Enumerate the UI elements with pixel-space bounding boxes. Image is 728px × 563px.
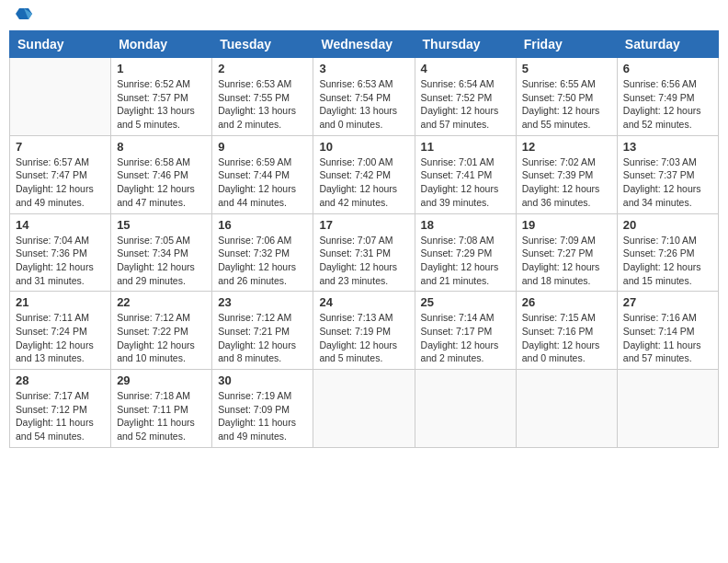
day-number: 16: [218, 218, 307, 232]
logo-icon: [16, 6, 32, 23]
calendar-cell: 30Sunrise: 7:19 AM Sunset: 7:09 PM Dayli…: [212, 370, 313, 448]
calendar-cell: 28Sunrise: 7:17 AM Sunset: 7:12 PM Dayli…: [10, 370, 111, 448]
day-info: Sunrise: 6:54 AM Sunset: 7:52 PM Dayligh…: [421, 77, 510, 132]
day-info: Sunrise: 7:11 AM Sunset: 7:24 PM Dayligh…: [16, 311, 105, 365]
calendar-cell: 6Sunrise: 6:56 AM Sunset: 7:49 PM Daylig…: [617, 58, 718, 136]
calendar-week-4: 21Sunrise: 7:11 AM Sunset: 7:24 PM Dayli…: [10, 292, 719, 370]
calendar-cell: [313, 370, 415, 448]
day-number: 23: [218, 295, 307, 309]
calendar-cell: 4Sunrise: 6:54 AM Sunset: 7:52 PM Daylig…: [415, 58, 516, 136]
day-info: Sunrise: 6:59 AM Sunset: 7:44 PM Dayligh…: [218, 155, 307, 210]
day-info: Sunrise: 6:58 AM Sunset: 7:46 PM Dayligh…: [117, 155, 206, 210]
day-info: Sunrise: 7:06 AM Sunset: 7:32 PM Dayligh…: [218, 234, 307, 288]
calendar-cell: 5Sunrise: 6:55 AM Sunset: 7:50 PM Daylig…: [516, 58, 617, 136]
day-info: Sunrise: 7:16 AM Sunset: 7:14 PM Dayligh…: [623, 311, 712, 365]
calendar-cell: 3Sunrise: 6:53 AM Sunset: 7:54 PM Daylig…: [313, 58, 415, 136]
day-number: 2: [218, 62, 307, 75]
day-info: Sunrise: 7:00 AM Sunset: 7:42 PM Dayligh…: [319, 155, 408, 210]
day-info: Sunrise: 7:12 AM Sunset: 7:21 PM Dayligh…: [218, 311, 307, 365]
calendar-cell: 1Sunrise: 6:52 AM Sunset: 7:57 PM Daylig…: [111, 58, 212, 136]
day-number: 12: [522, 140, 611, 154]
calendar-cell: 12Sunrise: 7:02 AM Sunset: 7:39 PM Dayli…: [516, 135, 617, 213]
day-info: Sunrise: 7:02 AM Sunset: 7:39 PM Dayligh…: [522, 155, 611, 210]
day-info: Sunrise: 6:52 AM Sunset: 7:57 PM Dayligh…: [117, 77, 206, 132]
day-number: 30: [218, 373, 307, 387]
calendar-cell: [617, 370, 718, 448]
day-number: 6: [623, 62, 712, 75]
day-info: Sunrise: 6:53 AM Sunset: 7:54 PM Dayligh…: [319, 77, 408, 132]
day-number: 22: [117, 295, 206, 309]
day-info: Sunrise: 7:10 AM Sunset: 7:26 PM Dayligh…: [623, 234, 712, 288]
day-info: Sunrise: 7:07 AM Sunset: 7:31 PM Dayligh…: [319, 234, 408, 288]
calendar-week-1: 1Sunrise: 6:52 AM Sunset: 7:57 PM Daylig…: [10, 58, 719, 136]
calendar-cell: 7Sunrise: 6:57 AM Sunset: 7:47 PM Daylig…: [10, 135, 111, 213]
calendar-week-5: 28Sunrise: 7:17 AM Sunset: 7:12 PM Dayli…: [10, 370, 719, 448]
day-info: Sunrise: 6:53 AM Sunset: 7:55 PM Dayligh…: [218, 77, 307, 132]
day-number: 29: [117, 373, 206, 387]
day-number: 19: [522, 218, 611, 232]
day-info: Sunrise: 7:15 AM Sunset: 7:16 PM Dayligh…: [522, 311, 611, 365]
logo: [14, 14, 32, 23]
column-header-friday: Friday: [516, 31, 617, 58]
calendar-header-row: SundayMondayTuesdayWednesdayThursdayFrid…: [10, 31, 719, 58]
column-header-monday: Monday: [111, 31, 212, 58]
day-info: Sunrise: 7:09 AM Sunset: 7:27 PM Dayligh…: [522, 234, 611, 288]
day-number: 3: [319, 62, 408, 75]
column-header-tuesday: Tuesday: [212, 31, 313, 58]
day-number: 10: [319, 140, 408, 154]
column-header-saturday: Saturday: [617, 31, 718, 58]
day-info: Sunrise: 7:04 AM Sunset: 7:36 PM Dayligh…: [16, 234, 105, 288]
calendar-cell: 10Sunrise: 7:00 AM Sunset: 7:42 PM Dayli…: [313, 135, 415, 213]
calendar-cell: 2Sunrise: 6:53 AM Sunset: 7:55 PM Daylig…: [212, 58, 313, 136]
day-info: Sunrise: 7:18 AM Sunset: 7:11 PM Dayligh…: [117, 389, 206, 443]
day-info: Sunrise: 7:05 AM Sunset: 7:34 PM Dayligh…: [117, 234, 206, 288]
calendar-cell: 26Sunrise: 7:15 AM Sunset: 7:16 PM Dayli…: [516, 292, 617, 370]
calendar-cell: 23Sunrise: 7:12 AM Sunset: 7:21 PM Dayli…: [212, 292, 313, 370]
day-info: Sunrise: 6:56 AM Sunset: 7:49 PM Dayligh…: [623, 77, 712, 132]
day-number: 13: [623, 140, 712, 154]
day-number: 21: [16, 295, 105, 309]
day-info: Sunrise: 7:14 AM Sunset: 7:17 PM Dayligh…: [421, 311, 510, 365]
day-number: 25: [421, 295, 510, 309]
day-number: 8: [117, 140, 206, 154]
column-header-wednesday: Wednesday: [313, 31, 415, 58]
calendar-cell: 24Sunrise: 7:13 AM Sunset: 7:19 PM Dayli…: [313, 292, 415, 370]
calendar-cell: 8Sunrise: 6:58 AM Sunset: 7:46 PM Daylig…: [111, 135, 212, 213]
day-info: Sunrise: 7:08 AM Sunset: 7:29 PM Dayligh…: [421, 234, 510, 288]
day-number: 17: [319, 218, 408, 232]
calendar-cell: 17Sunrise: 7:07 AM Sunset: 7:31 PM Dayli…: [313, 213, 415, 292]
calendar-cell: 22Sunrise: 7:12 AM Sunset: 7:22 PM Dayli…: [111, 292, 212, 370]
calendar-cell: 14Sunrise: 7:04 AM Sunset: 7:36 PM Dayli…: [10, 213, 111, 292]
calendar-cell: [415, 370, 516, 448]
calendar-cell: 25Sunrise: 7:14 AM Sunset: 7:17 PM Dayli…: [415, 292, 516, 370]
day-info: Sunrise: 7:19 AM Sunset: 7:09 PM Dayligh…: [218, 389, 307, 443]
day-number: 28: [16, 373, 105, 387]
day-number: 5: [522, 62, 611, 75]
column-header-sunday: Sunday: [10, 31, 111, 58]
page-header: [9, 9, 719, 23]
day-info: Sunrise: 6:55 AM Sunset: 7:50 PM Dayligh…: [522, 77, 611, 132]
calendar-cell: 16Sunrise: 7:06 AM Sunset: 7:32 PM Dayli…: [212, 213, 313, 292]
day-info: Sunrise: 6:57 AM Sunset: 7:47 PM Dayligh…: [16, 155, 105, 210]
day-number: 15: [117, 218, 206, 232]
day-number: 9: [218, 140, 307, 154]
day-info: Sunrise: 7:12 AM Sunset: 7:22 PM Dayligh…: [117, 311, 206, 365]
calendar-cell: 13Sunrise: 7:03 AM Sunset: 7:37 PM Dayli…: [617, 135, 718, 213]
calendar-cell: 11Sunrise: 7:01 AM Sunset: 7:41 PM Dayli…: [415, 135, 516, 213]
calendar-cell: 21Sunrise: 7:11 AM Sunset: 7:24 PM Dayli…: [10, 292, 111, 370]
day-number: 20: [623, 218, 712, 232]
day-number: 4: [421, 62, 510, 75]
calendar-cell: 15Sunrise: 7:05 AM Sunset: 7:34 PM Dayli…: [111, 213, 212, 292]
day-number: 14: [16, 218, 105, 232]
calendar-week-2: 7Sunrise: 6:57 AM Sunset: 7:47 PM Daylig…: [10, 135, 719, 213]
day-number: 11: [421, 140, 510, 154]
calendar-cell: 18Sunrise: 7:08 AM Sunset: 7:29 PM Dayli…: [415, 213, 516, 292]
day-number: 1: [117, 62, 206, 75]
day-number: 24: [319, 295, 408, 309]
day-number: 18: [421, 218, 510, 232]
day-number: 26: [522, 295, 611, 309]
day-info: Sunrise: 7:17 AM Sunset: 7:12 PM Dayligh…: [16, 389, 105, 443]
calendar-cell: [516, 370, 617, 448]
day-number: 27: [623, 295, 712, 309]
column-header-thursday: Thursday: [415, 31, 516, 58]
